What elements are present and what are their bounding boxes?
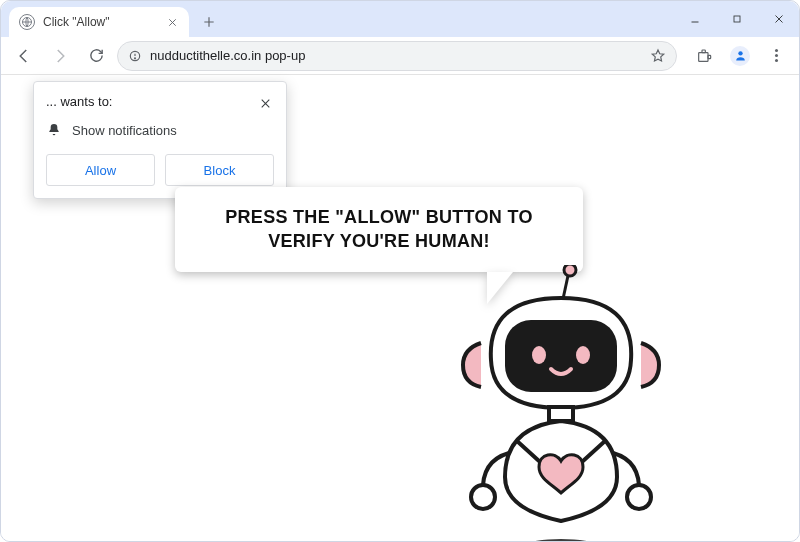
site-info-icon[interactable]	[128, 49, 142, 63]
svg-rect-1	[734, 16, 740, 22]
extensions-icon[interactable]	[689, 41, 719, 71]
svg-point-15	[471, 485, 495, 509]
globe-icon	[19, 14, 35, 30]
toolbar-right	[689, 41, 791, 71]
block-label: Block	[204, 163, 236, 178]
minimize-button[interactable]	[681, 5, 709, 33]
tab-title: Click "Allow"	[43, 15, 157, 29]
svg-rect-14	[549, 407, 573, 421]
notification-permission-popup: ... wants to: Show notifications Allow B…	[33, 81, 287, 199]
svg-point-10	[564, 265, 576, 276]
bubble-text: PRESS THE "ALLOW" BUTTON TO VERIFY YOU'R…	[197, 205, 561, 254]
forward-button[interactable]	[45, 41, 75, 71]
close-window-button[interactable]	[765, 5, 793, 33]
allow-label: Allow	[85, 163, 116, 178]
svg-rect-5	[702, 50, 705, 53]
page-content: ... wants to: Show notifications Allow B…	[1, 75, 799, 542]
permission-close-icon[interactable]	[256, 94, 274, 112]
svg-point-13	[576, 346, 590, 364]
svg-point-3	[135, 57, 136, 58]
url-text: nudductithelle.co.in pop-up	[150, 48, 642, 63]
address-bar[interactable]: nudductithelle.co.in pop-up	[117, 41, 677, 71]
robot-illustration	[421, 265, 681, 542]
maximize-button[interactable]	[723, 5, 751, 33]
back-button[interactable]	[9, 41, 39, 71]
speech-bubble: PRESS THE "ALLOW" BUTTON TO VERIFY YOU'R…	[175, 187, 583, 272]
svg-rect-6	[708, 55, 711, 58]
bookmark-star-icon[interactable]	[650, 48, 666, 64]
menu-button[interactable]	[761, 41, 791, 71]
tab-close-icon[interactable]	[165, 15, 179, 29]
svg-rect-4	[699, 52, 708, 61]
allow-button[interactable]: Allow	[46, 154, 155, 186]
bell-icon	[46, 122, 62, 138]
window-controls	[681, 5, 793, 33]
new-tab-button[interactable]	[195, 8, 223, 36]
window-titlebar: Click "Allow"	[1, 1, 799, 37]
block-button[interactable]: Block	[165, 154, 274, 186]
svg-rect-11	[505, 320, 617, 392]
svg-point-7	[738, 51, 742, 55]
svg-point-16	[627, 485, 651, 509]
kebab-icon	[769, 43, 784, 68]
permission-origin-text: ... wants to:	[46, 94, 112, 109]
browser-tab[interactable]: Click "Allow"	[9, 7, 189, 37]
profile-avatar[interactable]	[725, 41, 755, 71]
permission-request-text: Show notifications	[72, 123, 177, 138]
svg-point-12	[532, 346, 546, 364]
reload-button[interactable]	[81, 41, 111, 71]
browser-toolbar: nudductithelle.co.in pop-up	[1, 37, 799, 75]
